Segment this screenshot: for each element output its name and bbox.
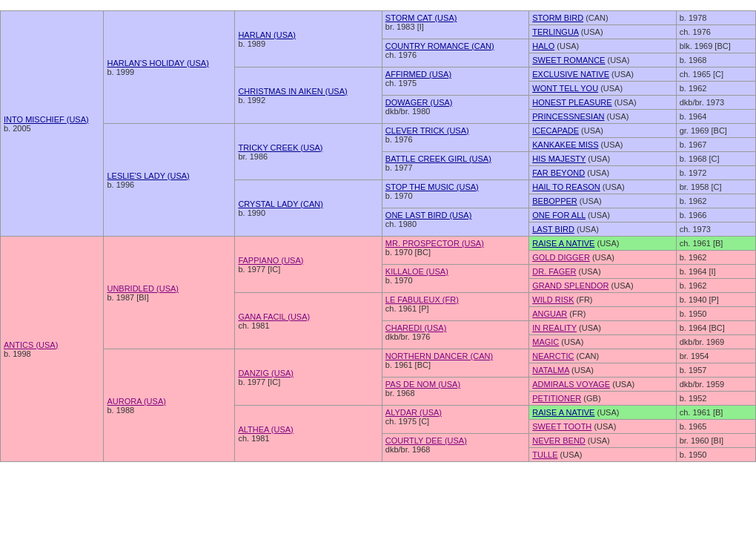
gen5-name-cell: MAGIC (USA) [529,335,676,349]
gen5-year-cell: br. 1958 [C] [676,180,755,194]
gen2-cell: HARLAN'S HOLIDAY (USA) b. 1999 [104,11,235,124]
gen5-year-cell: b. 1962 [676,82,755,96]
gen5-name-cell: ADMIRALS VOYAGE (USA) [529,378,676,392]
gen3-cell: CRYSTAL LADY (CAN) b. 1990 [235,180,382,237]
gen5-name-cell: FAR BEYOND (USA) [529,166,676,180]
gen5-name-cell: DR. FAGER (USA) [529,265,676,279]
gen1-cell: ANTICS (USA) b. 1998 [1,237,104,462]
gen5-year-cell: b. 1968 [C] [676,152,755,166]
gen4-cell: DOWAGER (USA) dkb/br. 1980 [382,96,528,124]
gen3-cell: TRICKY CREEK (USA) br. 1986 [235,124,382,180]
gen5-year-cell: ch. 1965 [C] [676,67,755,82]
gen3-cell: DANZIG (USA) b. 1977 [IC] [235,349,382,406]
gen5-year-cell: b. 1972 [676,166,755,180]
gen4-cell: STOP THE MUSIC (USA) b. 1970 [382,180,528,208]
gen3-cell: CHRISTMAS IN AIKEN (USA) b. 1992 [235,67,382,124]
gen5-year-cell: b. 1962 [676,194,755,208]
gen5-year-cell: dkb/br. 1969 [676,335,755,349]
gen5-name-cell: RAISE A NATIVE (USA) [529,237,676,251]
gen5-year-cell: b. 1957 [676,363,755,378]
gen5-year-cell: dkb/br. 1973 [676,96,755,110]
gen5-name-cell: NEARCTIC (CAN) [529,349,676,363]
gen5-year-cell: gr. 1969 [BC] [676,124,755,138]
gen5-year-cell: b. 1952 [676,392,755,406]
gen5-name-cell: HONEST PLEASURE (USA) [529,96,676,110]
gen5-year-cell: b. 1962 [676,279,755,293]
page-title [0,0,756,10]
gen1-cell: INTO MISCHIEF (USA) b. 2005 [1,11,104,237]
gen5-year-cell: b. 1940 [P] [676,293,755,307]
gen5-year-cell: b. 1966 [676,208,755,222]
gen5-name-cell: SWEET ROMANCE (USA) [529,53,676,67]
gen3-cell: FAPPIANO (USA) b. 1977 [IC] [235,237,382,293]
gen5-name-cell: KANKAKEE MISS (USA) [529,138,676,152]
gen5-year-cell: ch. 1961 [B] [676,237,755,251]
gen2-cell: AURORA (USA) b. 1988 [104,349,235,462]
gen4-cell: STORM CAT (USA) br. 1983 [I] [382,11,528,39]
gen5-name-cell: NEVER BEND (USA) [529,434,676,448]
gen4-cell: CLEVER TRICK (USA) b. 1976 [382,124,528,152]
gen5-year-cell: ch. 1961 [B] [676,406,755,420]
gen5-year-cell: br. 1954 [676,349,755,363]
gen3-cell: ALTHEA (USA) ch. 1981 [235,406,382,462]
gen5-name-cell: PRINCESSNESIAN (USA) [529,110,676,124]
gen5-name-cell: ANGUAR (FR) [529,307,676,321]
gen5-year-cell: b. 1964 [I] [676,265,755,279]
gen5-name-cell: NATALMA (USA) [529,363,676,378]
gen5-name-cell: HIS MAJESTY (USA) [529,152,676,166]
gen4-cell: PAS DE NOM (USA) br. 1968 [382,378,528,406]
gen5-year-cell: blk. 1969 [BC] [676,39,755,53]
gen5-year-cell: b. 1965 [676,420,755,434]
gen5-year-cell: b. 1950 [676,448,755,462]
gen5-year-cell: ch. 1973 [676,222,755,237]
gen5-name-cell: WONT TELL YOU (USA) [529,82,676,96]
gen5-year-cell: b. 1964 [676,110,755,124]
gen4-cell: COUNTRY ROMANCE (CAN) ch. 1976 [382,39,528,67]
gen5-name-cell: BEBOPPER (USA) [529,194,676,208]
gen4-cell: COURTLY DEE (USA) dkb/br. 1968 [382,434,528,462]
gen5-year-cell: b. 1967 [676,138,755,152]
gen5-year-cell: dkb/br. 1959 [676,378,755,392]
gen5-year-cell: b. 1978 [676,11,755,25]
gen4-cell: ONE LAST BIRD (USA) ch. 1980 [382,208,528,237]
gen4-cell: AFFIRMED (USA) ch. 1975 [382,67,528,96]
gen5-name-cell: TULLE (USA) [529,448,676,462]
gen5-name-cell: RAISE A NATIVE (USA) [529,406,676,420]
gen5-name-cell: STORM BIRD (CAN) [529,11,676,25]
gen5-year-cell: br. 1960 [BI] [676,434,755,448]
gen5-name-cell: SWEET TOOTH (USA) [529,420,676,434]
gen5-name-cell: TERLINGUA (USA) [529,25,676,39]
gen5-name-cell: GOLD DIGGER (USA) [529,251,676,265]
gen4-cell: KILLALOE (USA) b. 1970 [382,265,528,293]
gen4-cell: MR. PROSPECTOR (USA) b. 1970 [BC] [382,237,528,265]
gen3-cell: GANA FACIL (USA) ch. 1981 [235,293,382,349]
gen4-cell: CHAREDI (USA) dkb/br. 1976 [382,321,528,349]
gen5-name-cell: PETITIONER (GB) [529,392,676,406]
gen5-year-cell: b. 1950 [676,307,755,321]
gen5-name-cell: WILD RISK (FR) [529,293,676,307]
gen5-name-cell: ICECAPADE (USA) [529,124,676,138]
gen5-year-cell: b. 1968 [676,53,755,67]
gen4-cell: ALYDAR (USA) ch. 1975 [C] [382,406,528,434]
gen5-name-cell: LAST BIRD (USA) [529,222,676,237]
gen2-cell: LESLIE'S LADY (USA) b. 1996 [104,124,235,237]
gen5-name-cell: ONE FOR ALL (USA) [529,208,676,222]
gen3-cell: HARLAN (USA) b. 1989 [235,11,382,67]
gen5-year-cell: b. 1964 [BC] [676,321,755,335]
gen5-name-cell: HALO (USA) [529,39,676,53]
gen4-cell: LE FABULEUX (FR) ch. 1961 [P] [382,293,528,321]
gen5-name-cell: HAIL TO REASON (USA) [529,180,676,194]
gen5-name-cell: IN REALITY (USA) [529,321,676,335]
gen4-cell: NORTHERN DANCER (CAN) b. 1961 [BC] [382,349,528,378]
gen5-name-cell: GRAND SPLENDOR (USA) [529,279,676,293]
gen2-cell: UNBRIDLED (USA) b. 1987 [BI] [104,237,235,349]
pedigree-table: INTO MISCHIEF (USA) b. 2005 HARLAN'S HOL… [0,10,756,462]
gen5-name-cell: EXCLUSIVE NATIVE (USA) [529,67,676,82]
gen5-year-cell: ch. 1976 [676,25,755,39]
gen4-cell: BATTLE CREEK GIRL (USA) b. 1977 [382,152,528,180]
gen5-year-cell: b. 1962 [676,251,755,265]
